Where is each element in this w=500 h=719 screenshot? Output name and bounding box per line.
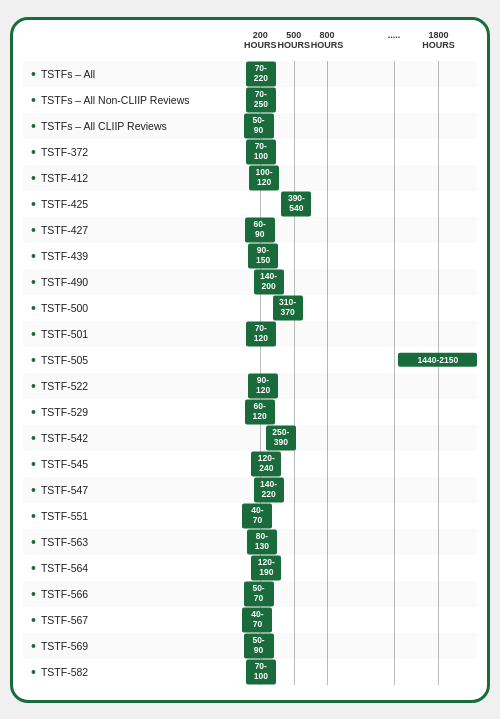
row-bar-area: 50- 90 bbox=[238, 113, 477, 139]
row-label: •TSTFs – All Non-CLIIP Reviews bbox=[23, 93, 238, 107]
bullet-icon: • bbox=[31, 223, 36, 237]
row-label: •TSTF-501 bbox=[23, 327, 238, 341]
row-bar-area: 140- 220 bbox=[238, 477, 477, 503]
row-bar-area: 70-250 bbox=[238, 87, 477, 113]
chart-row: •TSTFs – All Non-CLIIP Reviews70-250 bbox=[23, 87, 477, 113]
row-label-text: TSTF-490 bbox=[41, 276, 88, 288]
row-label-text: TSTF-569 bbox=[41, 640, 88, 652]
bar-badge: 70- 120 bbox=[246, 321, 276, 346]
row-label-text: TSTFs – All bbox=[41, 68, 95, 80]
row-label-text: TSTF-501 bbox=[41, 328, 88, 340]
row-bar-area: 120- 190 bbox=[238, 555, 477, 581]
bar-badge: 100- 120 bbox=[249, 165, 279, 190]
chart-row: •TSTF-52960- 120 bbox=[23, 399, 477, 425]
column-headers: 200HOURS500HOURS800HOURS.....1800HOURS bbox=[238, 30, 477, 58]
chart-row: •TSTF-425390-540 bbox=[23, 191, 477, 217]
bar-badge: 50- 90 bbox=[244, 113, 274, 138]
bar-badge: 1440-2150 bbox=[398, 352, 477, 367]
row-label-text: TSTF-564 bbox=[41, 562, 88, 574]
row-bar-area: 1440-2150 bbox=[238, 347, 477, 373]
bullet-icon: • bbox=[31, 197, 36, 211]
row-label: •TSTF-569 bbox=[23, 639, 238, 653]
chart-row: •TSTF-55140- 70 bbox=[23, 503, 477, 529]
row-label: •TSTF-547 bbox=[23, 483, 238, 497]
bar-badge: 120-240 bbox=[251, 451, 281, 476]
row-label-text: TSTFs – All CLIIP Reviews bbox=[41, 120, 167, 132]
chart-row: •TSTF-500310- 370 bbox=[23, 295, 477, 321]
bullet-icon: • bbox=[31, 93, 36, 107]
bullet-icon: • bbox=[31, 67, 36, 81]
row-label: •TSTF-542 bbox=[23, 431, 238, 445]
bar-badge: 90- 120 bbox=[248, 373, 278, 398]
bar-badge: 50- 70 bbox=[244, 581, 274, 606]
row-bar-area: 80- 130 bbox=[238, 529, 477, 555]
bar-badge: 60- 90 bbox=[245, 217, 275, 242]
row-label-text: TSTF-412 bbox=[41, 172, 88, 184]
bar-badge: 140- 220 bbox=[254, 477, 284, 502]
chart-row: •TSTFs – All CLIIP Reviews50- 90 bbox=[23, 113, 477, 139]
row-label-text: TSTF-500 bbox=[41, 302, 88, 314]
bar-badge: 80- 130 bbox=[247, 529, 277, 554]
bullet-icon: • bbox=[31, 145, 36, 159]
chart-row: •TSTF-545120-240 bbox=[23, 451, 477, 477]
row-label-text: TSTF-425 bbox=[41, 198, 88, 210]
chart-row: •TSTF-5051440-2150 bbox=[23, 347, 477, 373]
bullet-icon: • bbox=[31, 431, 36, 445]
row-label: •TSTF-500 bbox=[23, 301, 238, 315]
row-label: •TSTF-372 bbox=[23, 145, 238, 159]
bar-badge: 70-220 bbox=[246, 61, 276, 86]
chart-row: •TSTF-542250-390 bbox=[23, 425, 477, 451]
chart-row: •TSTF-490140- 200 bbox=[23, 269, 477, 295]
bullet-icon: • bbox=[31, 613, 36, 627]
chart-row: •TSTF-56380- 130 bbox=[23, 529, 477, 555]
row-bar-area: 70- 100 bbox=[238, 139, 477, 165]
bullet-icon: • bbox=[31, 379, 36, 393]
chart-row: •TSTF-43990- 150 bbox=[23, 243, 477, 269]
row-label-text: TSTF-545 bbox=[41, 458, 88, 470]
row-bar-area: 250-390 bbox=[238, 425, 477, 451]
bullet-icon: • bbox=[31, 171, 36, 185]
chart-container: 200HOURS500HOURS800HOURS.....1800HOURS•T… bbox=[10, 17, 490, 703]
bar-badge: 70- 100 bbox=[246, 659, 276, 684]
row-label-text: TSTF-547 bbox=[41, 484, 88, 496]
row-label-text: TSTF-505 bbox=[41, 354, 88, 366]
row-label-text: TSTF-563 bbox=[41, 536, 88, 548]
chart-row: •TSTF-50170- 120 bbox=[23, 321, 477, 347]
row-label-text: TSTF-439 bbox=[41, 250, 88, 262]
row-bar-area: 390-540 bbox=[238, 191, 477, 217]
chart-row: •TSTF-564120- 190 bbox=[23, 555, 477, 581]
row-bar-area: 50- 70 bbox=[238, 581, 477, 607]
row-bar-area: 70- 100 bbox=[238, 659, 477, 685]
bar-badge: 70-250 bbox=[246, 87, 276, 112]
row-label-text: TSTF-529 bbox=[41, 406, 88, 418]
row-label: •TSTF-566 bbox=[23, 587, 238, 601]
bullet-icon: • bbox=[31, 301, 36, 315]
bullet-icon: • bbox=[31, 353, 36, 367]
row-label: •TSTF-564 bbox=[23, 561, 238, 575]
row-label-text: TSTFs – All Non-CLIIP Reviews bbox=[41, 94, 190, 106]
bullet-icon: • bbox=[31, 561, 36, 575]
row-label: •TSTF-490 bbox=[23, 275, 238, 289]
bar-badge: 40- 70 bbox=[242, 503, 272, 528]
row-label: •TSTFs – All bbox=[23, 67, 238, 81]
column-header-800: 800HOURS bbox=[311, 30, 344, 52]
row-bar-area: 100- 120 bbox=[238, 165, 477, 191]
column-header-200: 200HOURS bbox=[244, 30, 277, 52]
row-label-text: TSTF-567 bbox=[41, 614, 88, 626]
row-label: •TSTF-582 bbox=[23, 665, 238, 679]
column-header-1400: ..... bbox=[388, 30, 401, 41]
chart-row: •TSTF-56650- 70 bbox=[23, 581, 477, 607]
bullet-icon: • bbox=[31, 509, 36, 523]
bar-badge: 90- 150 bbox=[248, 243, 278, 268]
chart-row: •TSTF-412100- 120 bbox=[23, 165, 477, 191]
bar-badge: 140- 200 bbox=[254, 269, 284, 294]
row-label-text: TSTF-566 bbox=[41, 588, 88, 600]
bullet-icon: • bbox=[31, 275, 36, 289]
row-label-text: TSTF-372 bbox=[41, 146, 88, 158]
row-label-text: TSTF-427 bbox=[41, 224, 88, 236]
row-bar-area: 70-220 bbox=[238, 61, 477, 87]
bar-badge: 60- 120 bbox=[245, 399, 275, 424]
row-bar-area: 60- 120 bbox=[238, 399, 477, 425]
bullet-icon: • bbox=[31, 457, 36, 471]
row-label: •TSTF-545 bbox=[23, 457, 238, 471]
